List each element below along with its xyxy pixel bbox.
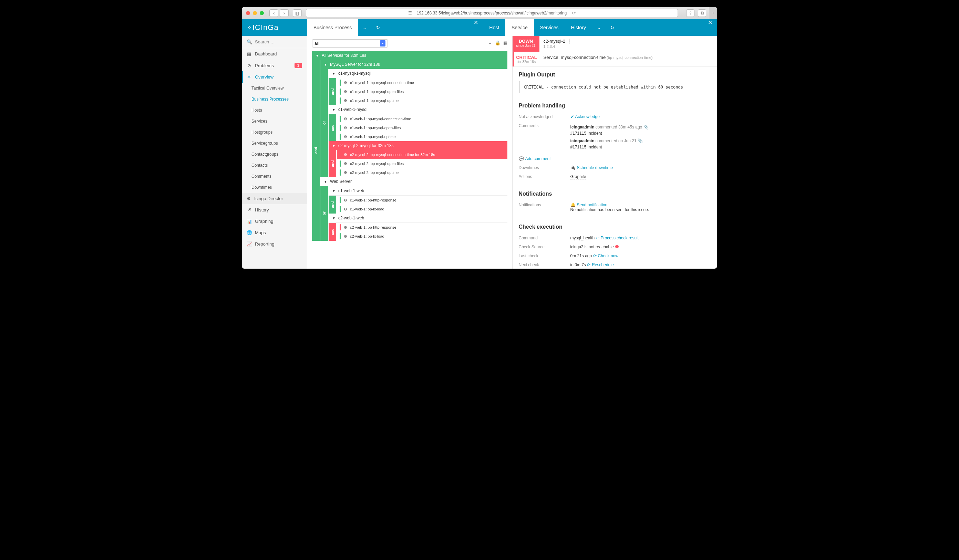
operator-and: and [329,115,336,141]
check-now-link[interactable]: ⟳Check now [593,253,618,258]
minimize-window-button[interactable] [253,11,257,15]
process-check-result-link[interactable]: ↩Process check result [596,235,639,240]
tree-leaf[interactable]: ⚙c1-web-1: bp-lx-load [337,205,507,213]
plugin-output-text: CRITICAL - connection could not be estab… [519,81,711,93]
tree-node-mysql-server[interactable]: ▼MySQL Server for 32m 18s [320,60,507,69]
tree-leaf[interactable]: ⚙c2-mysql-2: bp-mysql-open-files [337,159,507,168]
status-ok-icon [339,161,341,167]
share-button[interactable]: ⇪ [686,9,695,17]
tree-node-c1-web-1-mysql[interactable]: ▼c1-web-1-mysql [329,105,507,115]
sidebar-toggle-button[interactable]: ▥ [293,9,302,17]
tree-node-c1-mysql-1[interactable]: ▼c1-mysql-1-mysql [329,69,507,78]
nav-contactgroups[interactable]: Contactgroups [242,149,307,160]
close-window-button[interactable] [246,11,250,15]
caret-down-icon: ▼ [324,63,327,67]
acknowledge-link[interactable]: ✔Acknowledge [570,115,600,119]
tree-leaf[interactable]: ⚙c2-web-1: bp-http-response [337,223,507,232]
host-name[interactable]: c2-mysql-2 [543,38,566,44]
tab-service[interactable]: Service [505,19,534,36]
nav-icinga-director[interactable]: ⚙Icinga Director [242,193,307,204]
tree-leaf[interactable]: ⚙c1-mysql-1: bp-mysql-connection-time [337,78,507,87]
nav-hosts[interactable]: Hosts [242,105,307,116]
dashboard-icon: ▦ [247,51,252,56]
nav-services[interactable]: Services [242,116,307,127]
tab-host[interactable]: Host [483,19,505,36]
operator-and: and [312,60,320,241]
tree-leaf-critical[interactable]: ⚙c2-mysql-2: bp-mysql-connection-time fo… [337,150,507,159]
tree-leaf[interactable]: ⚙c2-mysql-2: bp-mysql-uptime [337,168,507,177]
add-node-button[interactable]: ＋ [488,40,492,46]
new-tab-button[interactable]: + [709,7,717,19]
nav-reporting[interactable]: 📈Reporting [242,238,307,250]
nav-tactical-overview[interactable]: Tactical Overview [242,83,307,94]
status-critical-icon [339,151,341,158]
refresh-left-button[interactable]: ↻ [371,19,385,36]
gear-icon: ⚙ [344,89,347,94]
close-left-column[interactable]: ✕ [469,19,483,36]
nav-overview[interactable]: ⛭Overview [242,71,307,83]
gear-icon: ⚙ [344,81,347,85]
reload-icon[interactable]: ⟳ [572,11,576,16]
tab-business-process[interactable]: Business Process [307,19,358,36]
nav-hostgroups[interactable]: Hostgroups [242,127,307,138]
tab-services[interactable]: Services [534,19,565,36]
nav-dashboard[interactable]: ▦Dashboard [242,48,307,60]
nav-history[interactable]: ↺History [242,204,307,216]
nav-contacts[interactable]: Contacts [242,160,307,171]
gear-icon: ⚙ [344,198,347,202]
tree-node-web-server[interactable]: ▼Web Server [320,177,507,186]
comment-text: #171115 Incident [570,129,711,138]
comment-meta: icingaadmin commented on Jun 21 📎 [570,138,711,143]
tree-node-c2-mysql-2[interactable]: ▼c2-mysql-2-mysql for 32m 18s [329,141,507,150]
tree-leaf[interactable]: ⚙c1-web-1: bp-mysql-open-files [337,123,507,132]
actions-label: Actions [519,174,570,179]
caret-down-icon: ▼ [332,189,336,193]
nav-maps[interactable]: 🌐Maps [242,227,307,238]
tab-dropdown-right[interactable]: ⌄ [592,19,605,36]
grid-view-button[interactable]: ▦ [503,40,507,46]
reader-icon: ☰ [408,11,412,16]
schedule-downtime-link[interactable]: 🔌Schedule downtime [570,165,613,170]
nav-problems[interactable]: ⊘Problems3 [242,60,307,71]
tab-history[interactable]: History [565,19,592,36]
tree-leaf[interactable]: ⚙c1-web-1: bp-mysql-uptime [337,132,507,141]
host-status-header: DOWN since Jun 21 c2-mysql-2 ❕ 1.2.3.4 [513,36,717,52]
tabs-button[interactable]: ⧉ [698,9,706,17]
add-comment-link[interactable]: 💬Add comment [519,156,551,161]
tree-leaf[interactable]: ⚙c1-mysql-1: bp-mysql-open-files [337,87,507,96]
app-header: ⁘ ICInGa Business Process ⌄ ↻ ✕ Host Ser… [242,19,717,36]
search-input[interactable]: 🔍 Search … [242,36,307,48]
back-button[interactable]: ‹ [269,9,278,17]
tree-leaf[interactable]: ⚙c2-web-1: bp-lx-load [337,232,507,241]
select-arrow-icon: ▾ [380,40,386,46]
nav-business-processes[interactable]: Business Processes [242,94,307,105]
refresh-right-button[interactable]: ↻ [605,19,619,36]
tree-node-c2-web-1-web[interactable]: ▼c2-web-1-web [329,213,507,223]
close-right-column[interactable]: ✕ [703,19,717,36]
address-bar[interactable]: ☰ 192.168.33.5/icingaweb2/businessproces… [306,9,678,17]
reschedule-link[interactable]: ⟳Reschedule [587,262,613,267]
graphite-link[interactable]: Graphite [570,174,586,180]
nav-graphing[interactable]: 📊Graphing [242,216,307,227]
comment-icon: 💬 [519,156,524,161]
caret-down-icon: ▼ [332,144,336,148]
bell-icon: 🔔 [570,202,576,207]
gear-icon: ⚙ [344,170,347,175]
maximize-window-button[interactable] [260,11,264,15]
send-notification-link[interactable]: 🔔Send notification [570,202,608,207]
nav-servicegroups[interactable]: Servicegroups [242,138,307,149]
tree-leaf[interactable]: ⚙c1-web-1: bp-http-response [337,196,507,205]
tree-leaf[interactable]: ⚙c1-mysql-1: bp-mysql-uptime [337,96,507,105]
status-ok-icon [339,125,341,131]
nav-comments[interactable]: Comments [242,171,307,182]
tree-node-c1-web-1-web[interactable]: ▼c1-web-1-web [329,186,507,196]
gear-icon: ⚙ [344,135,347,139]
forward-button[interactable]: › [280,9,289,17]
nav-downtimes[interactable]: Downtimes [242,182,307,193]
process-filter-select[interactable]: all ▾ [312,39,388,48]
tab-dropdown-left[interactable]: ⌄ [358,19,371,36]
lock-button[interactable]: 🔒 [495,40,500,46]
tree-leaf[interactable]: ⚙c1-web-1: bp-mysql-connection-time [337,115,507,123]
problems-icon: ⊘ [247,63,252,68]
tree-node-all-services[interactable]: ▼All Services for 32m 18s [312,51,507,60]
